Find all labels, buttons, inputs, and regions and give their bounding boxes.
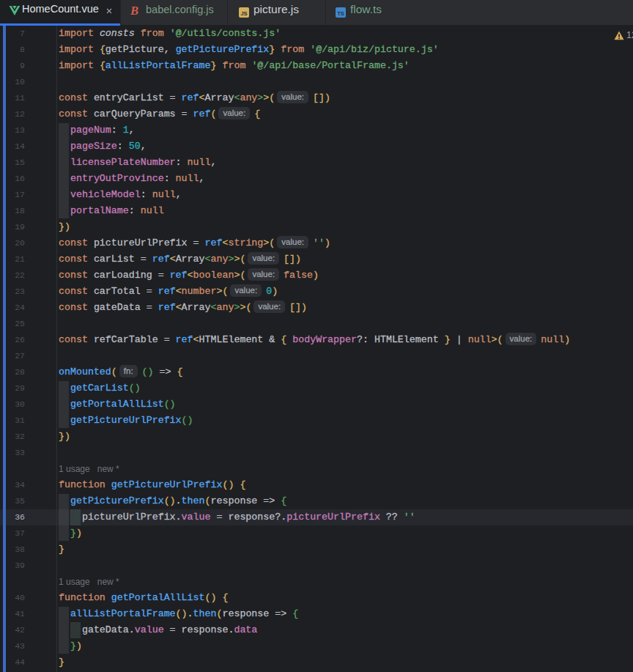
svg-text:TS: TS [337,10,344,17]
svg-text:JS: JS [240,10,247,17]
